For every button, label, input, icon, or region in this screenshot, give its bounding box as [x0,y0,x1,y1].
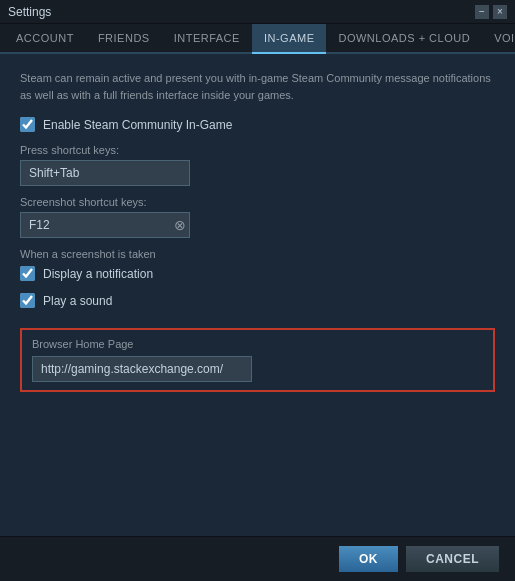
browser-home-input[interactable] [32,356,252,382]
display-notification-row: Display a notification [20,266,495,281]
close-button[interactable]: × [493,5,507,19]
display-notification-label[interactable]: Display a notification [43,267,153,281]
browser-home-label: Browser Home Page [32,338,483,350]
play-sound-label[interactable]: Play a sound [43,294,112,308]
screenshot-shortcut-group: Screenshot shortcut keys: ⊗ [20,196,495,238]
minimize-button[interactable]: − [475,5,489,19]
tab-friends[interactable]: FRIENDS [86,24,162,52]
screenshot-shortcut-wrapper: ⊗ [20,212,190,238]
nav-tabs: ACCOUNT FRIENDS INTERFACE IN-GAME DOWNLO… [0,24,515,54]
description-text: Steam can remain active and present you … [20,70,495,103]
tab-in-game[interactable]: IN-GAME [252,24,327,54]
tab-voice[interactable]: VOICE [482,24,515,52]
tab-account[interactable]: ACCOUNT [4,24,86,52]
footer: OK CANCEL [0,536,515,581]
cancel-button[interactable]: CANCEL [406,546,499,572]
enable-community-row: Enable Steam Community In-Game [20,117,495,132]
enable-community-label[interactable]: Enable Steam Community In-Game [43,118,232,132]
title-bar-controls: − × [475,5,507,19]
play-sound-row: Play a sound [20,293,495,308]
press-shortcut-label: Press shortcut keys: [20,144,495,156]
screenshot-shortcut-label: Screenshot shortcut keys: [20,196,495,208]
tab-downloads[interactable]: DOWNLOADS + CLOUD [326,24,482,52]
browser-home-section: Browser Home Page [20,328,495,392]
press-shortcut-input[interactable] [20,160,190,186]
window-title: Settings [8,5,51,19]
screenshot-options: Display a notification Play a sound [20,266,495,308]
tab-interface[interactable]: INTERFACE [162,24,252,52]
title-bar: Settings − × [0,0,515,24]
clear-screenshot-button[interactable]: ⊗ [174,218,186,232]
main-content: Steam can remain active and present you … [0,54,515,408]
press-shortcut-group: Press shortcut keys: [20,144,495,186]
when-screenshot-label: When a screenshot is taken [20,248,495,260]
enable-community-checkbox[interactable] [20,117,35,132]
ok-button[interactable]: OK [339,546,398,572]
display-notification-checkbox[interactable] [20,266,35,281]
screenshot-shortcut-input[interactable] [20,212,190,238]
play-sound-checkbox[interactable] [20,293,35,308]
